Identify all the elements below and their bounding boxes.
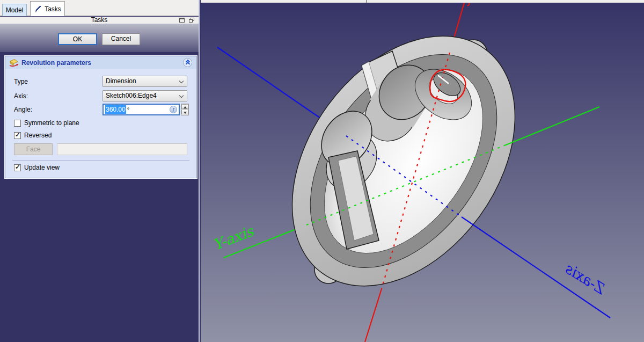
axis-label: Axis:	[14, 92, 28, 100]
update-view-checkbox-row[interactable]: ✓ Update view	[14, 164, 60, 171]
float-icon[interactable]	[189, 18, 194, 23]
symmetric-label: Symmetric to plane	[24, 119, 79, 127]
angle-label: Angle:	[14, 106, 32, 113]
ok-button[interactable]: OK	[58, 33, 97, 45]
update-view-checkbox[interactable]: ✓	[14, 164, 21, 171]
angle-input[interactable]: 360.00° ƒ	[103, 104, 180, 115]
angle-spinner	[181, 104, 189, 115]
spin-up-icon[interactable]	[181, 104, 188, 109]
3d-viewport[interactable]: Y-axis Z-axis	[201, 0, 644, 342]
tab-tasks-label: Tasks	[45, 5, 61, 13]
separator	[12, 160, 189, 161]
symmetric-checkbox[interactable]	[14, 120, 21, 127]
revolution-parameters-box: Revolution parameters Type Dimension Axi…	[4, 55, 197, 179]
type-label: Type	[14, 78, 28, 85]
tab-model[interactable]: Model	[2, 4, 27, 16]
face-button[interactable]: Face	[14, 143, 53, 155]
angle-value: 360.00	[105, 105, 126, 114]
formula-icon[interactable]: ƒ	[170, 106, 177, 113]
tab-tasks[interactable]: Tasks	[30, 1, 65, 16]
3d-scene[interactable]: Y-axis Z-axis	[201, 0, 644, 342]
tasks-titlebar: Tasks	[0, 17, 199, 24]
update-view-label: Update view	[24, 164, 60, 171]
freecad-window: Model Tasks Tasks OK Cancel	[0, 0, 644, 342]
revolution-parameters-header: Revolution parameters	[5, 56, 196, 69]
spin-down-icon[interactable]	[181, 110, 188, 114]
chevron-down-icon	[179, 93, 184, 98]
revolution-parameters-title: Revolution parameters	[21, 59, 91, 67]
reversed-label: Reversed	[24, 132, 52, 139]
pencil-icon	[34, 5, 42, 13]
panel-tabbar: Model Tasks	[0, 0, 199, 16]
revolve-icon	[9, 59, 19, 67]
dialog-button-strip: OK Cancel	[0, 24, 199, 52]
axis-combobox[interactable]: Sketch006:Edge4	[103, 90, 187, 101]
collapse-button[interactable]	[183, 58, 192, 67]
task-panel: Model Tasks Tasks OK Cancel	[0, 0, 200, 342]
chevron-down-icon	[179, 79, 184, 83]
reversed-checkbox-row[interactable]: ✓ Reversed	[14, 132, 52, 139]
toolbar-edge-strip	[201, 0, 644, 3]
tasks-title: Tasks	[0, 16, 199, 24]
axis-value: Sketch006:Edge4	[106, 92, 157, 99]
cancel-button[interactable]: Cancel	[102, 33, 140, 45]
type-value: Dimension	[106, 77, 136, 85]
dock-icon[interactable]	[179, 18, 185, 23]
reversed-checkbox[interactable]: ✓	[14, 132, 21, 139]
angle-unit: °	[127, 106, 129, 113]
face-field[interactable]	[57, 143, 187, 155]
type-combobox[interactable]: Dimension	[103, 76, 187, 87]
tab-model-label: Model	[6, 6, 24, 14]
symmetric-checkbox-row[interactable]: Symmetric to plane	[14, 119, 79, 127]
